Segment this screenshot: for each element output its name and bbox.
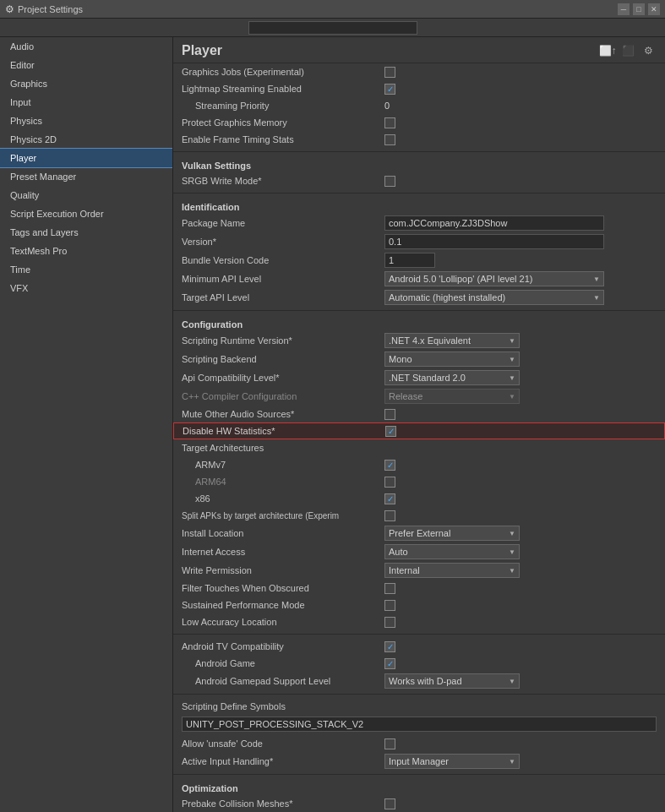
android-game-checkbox[interactable] bbox=[384, 658, 395, 669]
page-title: Player bbox=[182, 43, 222, 58]
gamepad-support-row: Android Gamepad Support Level Works with… bbox=[173, 672, 665, 690]
scripting-runtime-dropdown[interactable]: .NET 4.x Equivalent ▼ bbox=[384, 333, 520, 348]
cpp-compiler-label: C++ Compiler Configuration bbox=[182, 391, 384, 401]
scripting-define-row: Scripting Define Symbols bbox=[173, 698, 665, 715]
min-api-row: Minimum API Level Android 5.0 'Lollipop'… bbox=[173, 270, 665, 288]
srgb-checkbox[interactable] bbox=[384, 176, 395, 187]
low-accuracy-checkbox[interactable] bbox=[384, 617, 395, 628]
target-api-arrow: ▼ bbox=[593, 294, 600, 302]
android-tv-row: Android TV Compatibility bbox=[173, 638, 665, 655]
sidebar-item-physics[interactable]: Physics bbox=[0, 112, 172, 130]
sidebar-item-preset[interactable]: Preset Manager bbox=[0, 167, 172, 186]
maximize-button[interactable]: □ bbox=[633, 3, 645, 15]
version-input[interactable] bbox=[384, 234, 604, 249]
api-compat-dropdown[interactable]: .NET Standard 2.0 ▼ bbox=[384, 370, 520, 385]
sidebar-item-vfx[interactable]: VFX bbox=[0, 279, 172, 297]
bundle-version-input[interactable] bbox=[384, 253, 435, 268]
sidebar-item-physics2d[interactable]: Physics 2D bbox=[0, 130, 172, 149]
sustained-perf-checkbox[interactable] bbox=[384, 600, 395, 611]
graphics-jobs-label: Graphics Jobs (Experimental) bbox=[182, 67, 384, 77]
package-name-label: Package Name bbox=[182, 218, 384, 228]
search-input[interactable] bbox=[248, 21, 417, 35]
frame-timing-label: Enable Frame Timing Stats bbox=[182, 134, 384, 144]
icon-button-2[interactable]: ⬛ bbox=[619, 42, 636, 59]
sidebar-item-time[interactable]: Time bbox=[0, 260, 172, 279]
filter-touches-row: Filter Touches When Obscured bbox=[173, 580, 665, 597]
internet-access-dropdown[interactable]: Auto ▼ bbox=[384, 544, 520, 559]
write-permission-dropdown[interactable]: Internal ▼ bbox=[384, 563, 520, 578]
package-name-input[interactable] bbox=[384, 215, 604, 231]
lightmap-streaming-checkbox[interactable] bbox=[384, 84, 395, 95]
content-area: Player ⬜↑ ⬛ ⚙ Graphics Jobs (Experimenta… bbox=[173, 37, 665, 812]
min-api-arrow: ▼ bbox=[593, 275, 600, 283]
version-row: Version* bbox=[173, 232, 665, 251]
protect-graphics-row: Protect Graphics Memory bbox=[173, 114, 665, 131]
arm64-checkbox[interactable] bbox=[384, 477, 395, 488]
cpp-compiler-row: C++ Compiler Configuration Release ▼ bbox=[173, 387, 665, 406]
mute-audio-checkbox[interactable] bbox=[384, 409, 395, 420]
frame-timing-checkbox[interactable] bbox=[384, 134, 395, 145]
app-icon: ⚙ bbox=[5, 3, 14, 15]
target-api-dropdown[interactable]: Automatic (highest installed) ▼ bbox=[384, 290, 604, 305]
identification-header: Identification bbox=[173, 197, 665, 214]
armv7-checkbox[interactable] bbox=[384, 460, 395, 471]
sidebar-item-input[interactable]: Input bbox=[0, 93, 172, 112]
sidebar: Audio Editor Graphics Input Physics Phys… bbox=[0, 37, 173, 812]
sustained-perf-label: Sustained Performance Mode bbox=[182, 600, 384, 610]
x86-checkbox[interactable] bbox=[384, 493, 395, 504]
target-arch-row: Target Architectures bbox=[173, 439, 665, 456]
gamepad-support-dropdown[interactable]: Works with D-pad ▼ bbox=[384, 673, 520, 689]
sidebar-item-scriptexec[interactable]: Script Execution Order bbox=[0, 204, 172, 223]
sidebar-item-graphics[interactable]: Graphics bbox=[0, 74, 172, 93]
disable-hw-stats-checkbox[interactable] bbox=[385, 426, 396, 437]
srgb-row: SRGB Write Mode* bbox=[173, 172, 665, 189]
search-bar bbox=[0, 19, 665, 37]
split-apks-checkbox[interactable] bbox=[384, 510, 395, 521]
install-location-dropdown[interactable]: Prefer External ▼ bbox=[384, 526, 520, 541]
prebake-collision-checkbox[interactable] bbox=[384, 798, 395, 809]
x86-row: x86 bbox=[173, 490, 665, 507]
graphics-jobs-checkbox[interactable] bbox=[384, 67, 395, 78]
lightmap-streaming-row: Lightmap Streaming Enabled bbox=[173, 80, 665, 97]
disable-hw-stats-row: Disable HW Statistics* bbox=[173, 422, 665, 439]
scripting-backend-value: Mono bbox=[389, 354, 412, 364]
android-game-label: Android Game bbox=[182, 658, 384, 668]
min-api-label: Minimum API Level bbox=[182, 274, 384, 284]
min-api-dropdown[interactable]: Android 5.0 'Lollipop' (API level 21) ▼ bbox=[384, 271, 604, 286]
srgb-label: SRGB Write Mode* bbox=[182, 176, 384, 186]
main-layout: Audio Editor Graphics Input Physics Phys… bbox=[0, 37, 665, 812]
sidebar-item-audio[interactable]: Audio bbox=[0, 37, 172, 56]
settings-icon-button[interactable]: ⚙ bbox=[640, 42, 657, 59]
package-name-row: Package Name bbox=[173, 214, 665, 232]
sidebar-item-editor[interactable]: Editor bbox=[0, 56, 172, 74]
active-input-dropdown[interactable]: Input Manager ▼ bbox=[384, 754, 520, 769]
internet-access-label: Internet Access bbox=[182, 547, 384, 557]
cpp-compiler-dropdown[interactable]: Release ▼ bbox=[384, 389, 520, 404]
install-location-row: Install Location Prefer External ▼ bbox=[173, 524, 665, 542]
android-tv-checkbox[interactable] bbox=[384, 641, 395, 652]
title-bar-controls: ─ □ ✕ bbox=[618, 3, 660, 15]
scripting-backend-row: Scripting Backend Mono ▼ bbox=[173, 350, 665, 368]
scripting-define-symbols-input[interactable] bbox=[182, 717, 657, 732]
streaming-priority-value: 0 bbox=[384, 101, 390, 111]
filter-touches-checkbox[interactable] bbox=[384, 583, 395, 594]
split-apks-label: Split APKs by target architecture (Exper… bbox=[182, 511, 384, 520]
minimize-button[interactable]: ─ bbox=[618, 3, 630, 15]
sidebar-item-quality[interactable]: Quality bbox=[0, 186, 172, 204]
scripting-runtime-label: Scripting Runtime Version* bbox=[182, 335, 384, 346]
android-tv-label: Android TV Compatibility bbox=[182, 641, 384, 651]
internet-access-arrow: ▼ bbox=[509, 548, 515, 556]
protect-graphics-checkbox[interactable] bbox=[384, 117, 395, 128]
sidebar-item-player[interactable]: Player bbox=[0, 149, 172, 167]
close-button[interactable]: ✕ bbox=[648, 3, 660, 15]
api-compat-value: .NET Standard 2.0 bbox=[389, 373, 466, 383]
icon-button-1[interactable]: ⬜↑ bbox=[599, 42, 616, 59]
active-input-row: Active Input Handling* Input Manager ▼ bbox=[173, 752, 665, 771]
low-accuracy-label: Low Accuracy Location bbox=[182, 617, 384, 627]
sidebar-item-tagslayers[interactable]: Tags and Layers bbox=[0, 223, 172, 242]
allow-unsafe-checkbox[interactable] bbox=[384, 738, 395, 749]
sidebar-item-textmesh[interactable]: TextMesh Pro bbox=[0, 242, 172, 260]
install-location-value: Prefer External bbox=[389, 528, 450, 538]
scripting-backend-dropdown[interactable]: Mono ▼ bbox=[384, 352, 520, 367]
content-header: Player ⬜↑ ⬛ ⚙ bbox=[173, 37, 665, 63]
